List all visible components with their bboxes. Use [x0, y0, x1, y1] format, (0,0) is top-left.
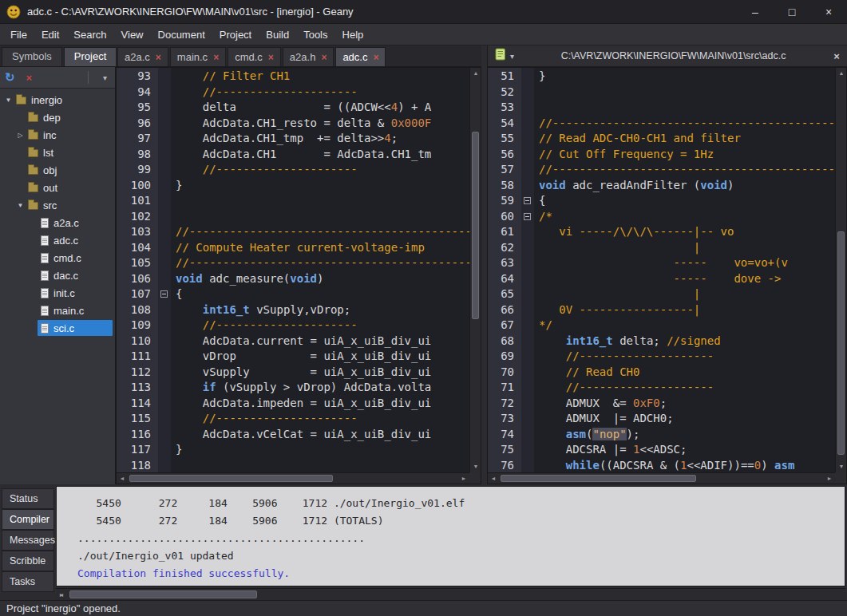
menu-tools[interactable]: Tools: [296, 26, 334, 44]
compiler-output-line[interactable]: Compilation finished successfully.: [77, 565, 845, 582]
file-icon: [41, 288, 49, 298]
tree-item-lst[interactable]: lst: [0, 144, 115, 161]
code-line: AdcData.vCelCat = uiA_x_uiB_div_ui: [176, 427, 469, 443]
menu-file[interactable]: File: [3, 26, 34, 44]
tree-item-core: inc: [26, 127, 113, 143]
maximize-button[interactable]: □: [774, 0, 810, 24]
compiler-output-line[interactable]: 5450 272 184 5906 1712 (TOTALS): [77, 512, 845, 530]
bottom-hscrollbar[interactable]: ◄ ►: [56, 588, 845, 600]
code-line: AdcData.CH1 = AdcData.CH1_tm: [176, 147, 469, 163]
vscroll-thumb[interactable]: [472, 132, 479, 319]
sidebar-tab-project[interactable]: Project: [64, 47, 117, 66]
tree-item-dac.c[interactable]: dac.c: [0, 267, 115, 284]
tree-expander-icon[interactable]: ▷: [15, 132, 26, 139]
tree-item-out[interactable]: out: [0, 179, 115, 196]
scroll-down-icon[interactable]: ▼: [470, 461, 481, 472]
line-number: 115: [117, 411, 158, 427]
tab-close-icon[interactable]: ×: [213, 52, 219, 63]
scroll-right-icon[interactable]: ►: [824, 473, 835, 484]
fold-marker-icon[interactable]: [524, 197, 531, 204]
code-line: [539, 100, 835, 116]
line-number: 73: [488, 411, 521, 427]
tree-item-label: a2a.c: [53, 217, 79, 229]
tree-item-obj[interactable]: obj: [0, 161, 115, 179]
compiler-output-line[interactable]: ........................................…: [77, 530, 845, 547]
right-code-area[interactable]: }//-------------------------------------…: [534, 69, 835, 472]
code-line: {: [176, 286, 469, 302]
scroll-up-icon[interactable]: ▲: [470, 68, 481, 79]
bottom-tab-compiler[interactable]: Compiler: [2, 509, 54, 530]
editor-tab-adc.c[interactable]: adc.c×: [335, 47, 386, 66]
scroll-right-icon[interactable]: ►: [458, 473, 469, 484]
menu-help[interactable]: Help: [335, 26, 371, 44]
editor-tab-a2a.c[interactable]: a2a.c×: [117, 47, 168, 66]
code-line: AdcData.CH1_resto = delta & 0x000F: [176, 116, 469, 132]
tree-item-inergio[interactable]: ▼inergio: [0, 91, 115, 109]
editor-tab-a2a.h[interactable]: a2a.h×: [283, 47, 334, 66]
fold-cell: [158, 147, 171, 163]
bottom-tab-tasks[interactable]: Tasks: [2, 571, 54, 592]
bottom-tab-messages[interactable]: Messages: [2, 530, 54, 551]
code-line: //---------------------: [176, 318, 469, 334]
code-line: |: [539, 286, 835, 302]
editor-tab-cmd.c[interactable]: cmd.c×: [228, 47, 281, 66]
document-dropdown-icon[interactable]: ▾: [510, 52, 514, 61]
tab-close-icon[interactable]: ×: [156, 52, 161, 63]
remove-icon[interactable]: ×: [26, 72, 33, 84]
document-icon[interactable]: [495, 48, 507, 64]
right-pane-close-icon[interactable]: ×: [826, 50, 847, 62]
bottom-tab-scribble[interactable]: Scribble: [2, 551, 54, 571]
tab-close-icon[interactable]: ×: [268, 52, 274, 63]
left-editor-hscrollbar[interactable]: ◄ ►: [117, 472, 469, 484]
menu-project[interactable]: Project: [212, 26, 259, 44]
scroll-right-icon[interactable]: ►: [56, 589, 67, 601]
menu-build[interactable]: Build: [259, 26, 296, 44]
right-editor-vscrollbar[interactable]: ▲ ▼: [835, 68, 846, 472]
refresh-icon[interactable]: ↻: [5, 70, 15, 85]
tree-expander-icon[interactable]: ▼: [3, 97, 14, 104]
tab-close-icon[interactable]: ×: [373, 52, 378, 63]
vscroll-thumb[interactable]: [837, 231, 845, 455]
compiler-output-line[interactable]: ./out/Inergio_v01 updated: [77, 547, 845, 565]
tree-item-dep[interactable]: dep: [0, 109, 115, 126]
tree-item-sci.c[interactable]: sci.c: [0, 319, 115, 337]
minimize-button[interactable]: –: [737, 0, 774, 24]
tree-expander-icon[interactable]: ▼: [15, 202, 26, 209]
close-button[interactable]: ×: [810, 0, 847, 24]
tab-close-icon[interactable]: ×: [321, 52, 327, 63]
scroll-down-icon[interactable]: ▼: [836, 461, 847, 472]
right-editor-hscrollbar[interactable]: ◄ ►: [488, 472, 835, 484]
line-number: 112: [117, 365, 158, 381]
sidebar-tab-symbols[interactable]: Symbols: [2, 47, 62, 66]
toolbar-dropdown-icon[interactable]: ▾: [100, 73, 110, 82]
hscroll-thumb[interactable]: [501, 475, 696, 482]
tree-item-init.c[interactable]: init.c: [0, 284, 115, 302]
tree-item-a2a.c[interactable]: a2a.c: [0, 214, 115, 231]
scroll-left-icon[interactable]: ◄: [117, 473, 128, 484]
hscroll-thumb[interactable]: [129, 475, 333, 482]
fold-marker-icon[interactable]: [160, 290, 168, 298]
menu-document[interactable]: Document: [151, 26, 212, 44]
code-line: // Cut Off Frequency = 1Hz: [539, 147, 835, 163]
fold-cell: [521, 427, 534, 443]
tree-item-cmd.c[interactable]: cmd.c: [0, 249, 115, 267]
left-code-area[interactable]: // Filter CH1 //--------------------- de…: [171, 69, 469, 472]
scroll-left-icon[interactable]: ◄: [488, 473, 499, 484]
tree-item-adc.c[interactable]: adc.c: [0, 231, 115, 249]
menu-view[interactable]: View: [114, 26, 151, 44]
editor-tab-main.c[interactable]: main.c×: [170, 47, 226, 66]
scroll-up-icon[interactable]: ▲: [836, 68, 847, 79]
bottom-tab-status[interactable]: Status: [2, 488, 54, 509]
tree-item-main.c[interactable]: main.c: [0, 302, 115, 319]
fold-marker-icon[interactable]: [524, 213, 531, 220]
left-editor-vscrollbar[interactable]: ▲ ▼: [469, 68, 481, 472]
fold-cell: [158, 318, 171, 334]
pane-splitter[interactable]: [481, 45, 487, 484]
tree-item-inc[interactable]: ▷inc: [0, 126, 115, 144]
fold-cell: [158, 224, 171, 240]
hscroll-thumb[interactable]: [69, 590, 257, 598]
menu-search[interactable]: Search: [66, 26, 113, 44]
menu-edit[interactable]: Edit: [34, 26, 66, 44]
compiler-output-line[interactable]: 5450 272 184 5906 1712 ./out/Inergio_v01…: [77, 495, 845, 512]
tree-item-src[interactable]: ▼src: [0, 196, 115, 214]
